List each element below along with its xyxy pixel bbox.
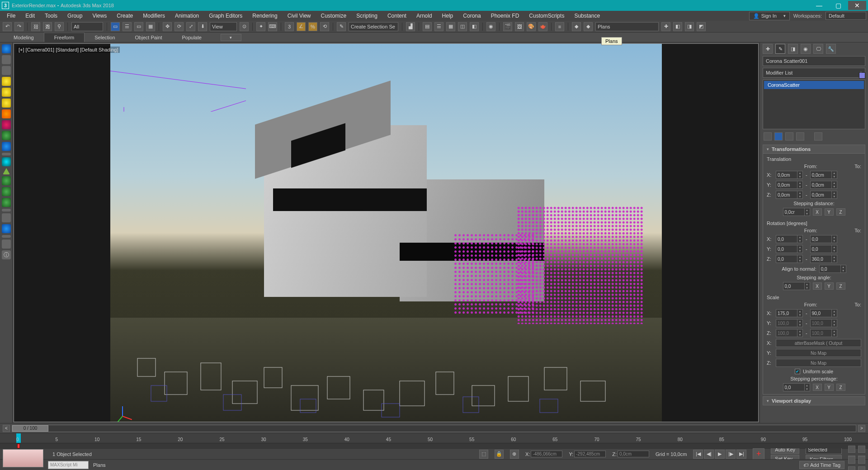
make-unique-button[interactable] bbox=[785, 132, 793, 141]
menu-substance[interactable]: Substance bbox=[569, 11, 605, 21]
trans-x-from[interactable]: ▲▼ bbox=[776, 171, 803, 179]
menu-help[interactable]: Help bbox=[437, 11, 458, 21]
edit-selset-button[interactable]: ✎ bbox=[337, 22, 346, 31]
ribbon-tab-freeform[interactable]: Freeform bbox=[44, 33, 85, 42]
modifier-list-dropdown[interactable]: Modifier List bbox=[763, 68, 865, 78]
uniform-scale-checkbox[interactable]: ✔ bbox=[795, 369, 800, 374]
scatter-icon[interactable] bbox=[2, 176, 11, 185]
layer1-button[interactable]: ◆ bbox=[572, 22, 581, 31]
axis-y-button[interactable]: Y bbox=[825, 282, 834, 290]
rot-x-from[interactable]: ▲▼ bbox=[776, 235, 803, 243]
menu-civil-view[interactable]: Civil View bbox=[283, 11, 316, 21]
timeline-prev-button[interactable]: < bbox=[3, 425, 10, 432]
menu-group[interactable]: Group bbox=[62, 11, 87, 21]
layer-explorer-button[interactable]: ☰ bbox=[434, 22, 443, 31]
ribbon-tab-modeling[interactable]: Modeling bbox=[4, 33, 44, 42]
workspaces-dropdown[interactable]: Default bbox=[826, 12, 866, 20]
utilities-tab[interactable]: 🔧 bbox=[826, 44, 836, 54]
trans-z-to[interactable]: ▲▼ bbox=[810, 191, 837, 199]
viewport-canvas[interactable] bbox=[110, 44, 662, 422]
time-slider-thumb[interactable]: 0 / 100 bbox=[12, 425, 48, 432]
ribbon-expand-button[interactable]: ▾ bbox=[221, 34, 241, 41]
rot-z-from[interactable]: ▲▼ bbox=[776, 255, 803, 263]
menu-customize[interactable]: Customize bbox=[316, 11, 352, 21]
track-bar[interactable] bbox=[0, 443, 868, 448]
select-name-button[interactable]: ☰ bbox=[123, 22, 132, 31]
isolate-button[interactable]: ⬚ bbox=[479, 450, 488, 459]
menu-customscripts[interactable]: CustomScripts bbox=[524, 11, 569, 21]
toggle-ribbon-button[interactable]: ▦ bbox=[446, 22, 455, 31]
menu-phoenix-fd[interactable]: Phoenix FD bbox=[486, 11, 524, 21]
tool-icon[interactable] bbox=[2, 55, 11, 64]
tool-icon[interactable] bbox=[2, 66, 11, 75]
tool-icon[interactable] bbox=[2, 44, 11, 53]
axis-x-button[interactable]: X bbox=[813, 282, 822, 290]
abs-rel-button[interactable]: ⊕ bbox=[510, 450, 519, 459]
prev-frame-button[interactable]: ◀| bbox=[704, 450, 714, 459]
schematic-view-button[interactable]: ◧ bbox=[470, 22, 479, 31]
goto-end-button[interactable]: ▶| bbox=[736, 450, 746, 459]
axis-z-button[interactable]: Z bbox=[836, 282, 845, 290]
menu-file[interactable]: File bbox=[2, 11, 20, 21]
rot-y-to[interactable]: ▲▼ bbox=[810, 245, 837, 253]
steppct-spinner[interactable]: ▲▼ bbox=[783, 383, 810, 391]
set-key-big-button[interactable]: + bbox=[753, 448, 764, 460]
menu-graph-editors[interactable]: Graph Editors bbox=[204, 11, 247, 21]
select-rotate-button[interactable]: ⟳ bbox=[175, 22, 184, 31]
fov-button[interactable] bbox=[848, 456, 855, 464]
show-end-result-button[interactable] bbox=[774, 132, 783, 141]
tool-icon[interactable] bbox=[2, 240, 11, 249]
mirror-button[interactable]: ▟ bbox=[406, 22, 415, 31]
render-prod-button[interactable]: 🎨 bbox=[527, 22, 536, 31]
close-button[interactable]: ✕ bbox=[848, 1, 866, 10]
maxscript-listener[interactable] bbox=[48, 461, 89, 469]
modify-tab[interactable]: ✎ bbox=[775, 44, 785, 54]
material-editor-button[interactable]: ◉ bbox=[486, 22, 495, 31]
layer-add-button[interactable]: ◧ bbox=[673, 22, 682, 31]
time-slider-track[interactable]: 0 / 100 bbox=[12, 425, 856, 432]
window-crossing-button[interactable]: ▦ bbox=[146, 22, 155, 31]
modifier-stack[interactable]: CoronaScatter bbox=[763, 80, 865, 129]
menu-edit[interactable]: Edit bbox=[20, 11, 40, 21]
hierarchy-tab[interactable]: ◨ bbox=[788, 44, 798, 54]
layer-new-button[interactable]: ✚ bbox=[661, 22, 670, 31]
selection-filter-dropdown[interactable]: All bbox=[71, 22, 103, 31]
undo-button[interactable]: ↶ bbox=[3, 22, 12, 31]
bind-button[interactable]: ⚲ bbox=[55, 22, 64, 31]
viewport-label[interactable]: [+] [Camera001] [Standard] [Default Shad… bbox=[17, 47, 120, 53]
create-tab[interactable]: ✚ bbox=[763, 44, 773, 54]
rot-z-to[interactable]: ▲▼ bbox=[810, 255, 837, 263]
lock-button[interactable]: 🔒 bbox=[495, 450, 504, 459]
render-iter-button[interactable]: 🫖 bbox=[538, 22, 547, 31]
light-icon[interactable] bbox=[2, 99, 11, 108]
select-place-button[interactable]: ⬇ bbox=[198, 22, 207, 31]
axis-x-button[interactable]: X bbox=[813, 208, 822, 216]
rot-x-to[interactable]: ▲▼ bbox=[810, 235, 837, 243]
trans-x-to[interactable]: ▲▼ bbox=[810, 171, 837, 179]
plant-icon[interactable] bbox=[2, 131, 11, 140]
menu-tools[interactable]: Tools bbox=[40, 11, 62, 21]
menu-corona[interactable]: Corona bbox=[458, 11, 486, 21]
axis-z-button[interactable]: Z bbox=[836, 208, 845, 216]
ribbon-tab-object-paint[interactable]: Object Paint bbox=[125, 33, 172, 42]
stepdist-spinner[interactable]: ▲▼ bbox=[783, 208, 810, 216]
object-color-swatch[interactable] bbox=[859, 72, 865, 79]
sun-icon[interactable] bbox=[2, 109, 11, 118]
menu-modifiers[interactable]: Modifiers bbox=[138, 11, 170, 21]
remove-mod-button[interactable] bbox=[796, 132, 804, 141]
coord-x-field[interactable] bbox=[531, 451, 562, 457]
viewport-display-rollout-header[interactable]: Viewport display bbox=[763, 396, 865, 405]
coord-y-field[interactable] bbox=[574, 451, 606, 457]
axis-z-button[interactable]: Z bbox=[836, 384, 845, 391]
layer-sel-button[interactable]: ◨ bbox=[685, 22, 694, 31]
goto-start-button[interactable]: |◀ bbox=[693, 450, 703, 459]
display-tab[interactable]: 🖵 bbox=[813, 44, 823, 54]
angle-snap-button[interactable]: ∠ bbox=[297, 22, 306, 31]
tool-icon[interactable] bbox=[2, 213, 11, 222]
select-object-button[interactable]: ▭ bbox=[111, 22, 120, 31]
tool-icon[interactable] bbox=[2, 157, 11, 166]
play-button[interactable]: ▶ bbox=[715, 450, 725, 459]
menu-animation[interactable]: Animation bbox=[170, 11, 204, 21]
object-name-field[interactable]: Corona Scatter001 bbox=[763, 56, 865, 66]
motion-tab[interactable]: ◉ bbox=[801, 44, 811, 54]
